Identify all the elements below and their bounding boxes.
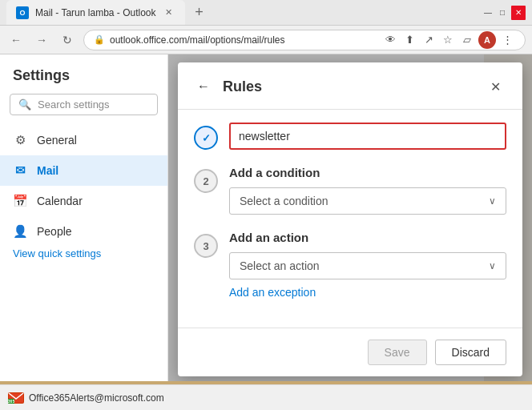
taskbar: 365 Office365Alerts@microsoft.com [0, 384, 532, 410]
step1-row: ✓ [194, 123, 506, 150]
condition-dropdown-arrow: ∨ [489, 195, 496, 207]
search-placeholder-text: Search settings [38, 98, 110, 111]
maximize-button[interactable]: □ [497, 7, 508, 18]
step2-content: Add a condition Select a condition ∨ [229, 166, 506, 215]
forward-nav-button[interactable]: → [32, 30, 51, 50]
modal-header: ← Rules ✕ [178, 62, 522, 110]
close-window-button[interactable]: ✕ [511, 6, 526, 20]
view-quick-settings-link[interactable]: View quick settings [0, 241, 114, 266]
step3-label: Add an action [229, 231, 506, 244]
active-tab[interactable]: O Mail - Tarun lamba - Outlook ✕ [6, 0, 185, 25]
step2-indicator: 2 [194, 169, 218, 193]
sidebar-item-calendar-label: Calendar [37, 195, 83, 207]
address-bar-row: ← → ↻ 🔒 outlook.office.com/mail/options/… [0, 26, 532, 54]
action-select-text: Select an action [240, 259, 320, 272]
sidebar-item-mail-label: Mail [37, 164, 58, 177]
minimize-button[interactable]: — [482, 7, 494, 18]
add-exception-link[interactable]: Add an exception [229, 286, 316, 299]
main-content: Settings 🔍 Search settings ⚙ General ✉ M… [0, 54, 532, 381]
sidebar-item-people-label: People [37, 225, 72, 238]
sidebar-item-general[interactable]: ⚙ General [0, 125, 167, 155]
profile-avatar[interactable]: A [478, 31, 496, 49]
address-bar[interactable]: 🔒 outlook.office.com/mail/options/mail/r… [83, 30, 526, 50]
menu-icon[interactable]: ⋮ [499, 32, 515, 48]
window-controls: — □ ✕ [482, 6, 526, 20]
tab-favicon: O [16, 6, 29, 19]
svg-text:365: 365 [8, 399, 14, 404]
sidebar-item-mail[interactable]: ✉ Mail [0, 155, 167, 186]
modal-body: ✓ 2 Add a condition [178, 110, 522, 328]
step3-indicator: 3 [194, 234, 218, 258]
tab-close-button[interactable]: ✕ [163, 6, 175, 19]
star-icon[interactable]: ☆ [440, 32, 456, 48]
action-select[interactable]: Select an action ∨ [229, 252, 506, 279]
title-bar: O Mail - Tarun lamba - Outlook ✕ + — □ ✕ [0, 0, 532, 26]
right-panel: ← Rules ✕ ✓ [168, 54, 532, 381]
discard-button[interactable]: Discard [435, 340, 506, 365]
calendar-icon: 📅 [13, 194, 27, 208]
eyedropper-icon[interactable]: 👁 [382, 32, 398, 48]
download-icon[interactable]: ⬆ [401, 32, 417, 48]
step2-label: Add a condition [229, 166, 506, 179]
condition-select-text: Select a condition [240, 195, 328, 207]
sidebar-item-calendar[interactable]: 📅 Calendar [0, 186, 167, 216]
step3-row: 3 Add an action Select an action ∨ Add a… [194, 231, 506, 299]
sidebar-title: Settings [0, 67, 167, 94]
modal-footer: Save Discard [178, 328, 522, 376]
step2-row: 2 Add a condition Select a condition ∨ [194, 166, 506, 215]
modal-backdrop: ← Rules ✕ ✓ [168, 54, 532, 381]
step1-indicator: ✓ [194, 126, 218, 150]
people-icon: 👤 [13, 224, 27, 239]
sidebar: Settings 🔍 Search settings ⚙ General ✉ M… [0, 54, 168, 381]
address-text: outlook.office.com/mail/options/mail/rul… [110, 34, 285, 46]
sidebar-item-general-label: General [37, 134, 77, 147]
save-button[interactable]: Save [368, 340, 427, 365]
taskbar-email-item: 365 Office365Alerts@microsoft.com [8, 390, 164, 406]
step1-content [229, 123, 506, 150]
action-dropdown-arrow: ∨ [489, 260, 496, 271]
condition-select[interactable]: Select a condition ∨ [229, 187, 506, 215]
gear-icon: ⚙ [13, 133, 27, 147]
address-icons: 👁 ⬆ ↗ ☆ ▱ A ⋮ [382, 31, 515, 49]
modal-back-button[interactable]: ← [194, 77, 213, 96]
mail-icon: ✉ [13, 163, 27, 178]
rule-name-input[interactable] [229, 123, 506, 150]
search-box[interactable]: 🔍 Search settings [10, 94, 158, 115]
search-icon: 🔍 [18, 98, 31, 111]
taskbar-email-address: Office365Alerts@microsoft.com [29, 392, 164, 404]
step3-content: Add an action Select an action ∨ Add an … [229, 231, 506, 299]
share-icon[interactable]: ↗ [421, 32, 437, 48]
split-view-icon[interactable]: ▱ [459, 32, 475, 48]
new-tab-button[interactable]: + [188, 2, 211, 24]
modal-title: Rules [223, 78, 474, 95]
tab-title: Mail - Tarun lamba - Outlook [35, 7, 156, 18]
lock-icon: 🔒 [94, 34, 105, 45]
taskbar-mail-icon: 365 [8, 390, 24, 406]
rules-modal: ← Rules ✕ ✓ [178, 62, 522, 376]
refresh-button[interactable]: ↻ [58, 30, 77, 50]
back-nav-button[interactable]: ← [6, 30, 26, 50]
modal-close-button[interactable]: ✕ [484, 75, 506, 98]
